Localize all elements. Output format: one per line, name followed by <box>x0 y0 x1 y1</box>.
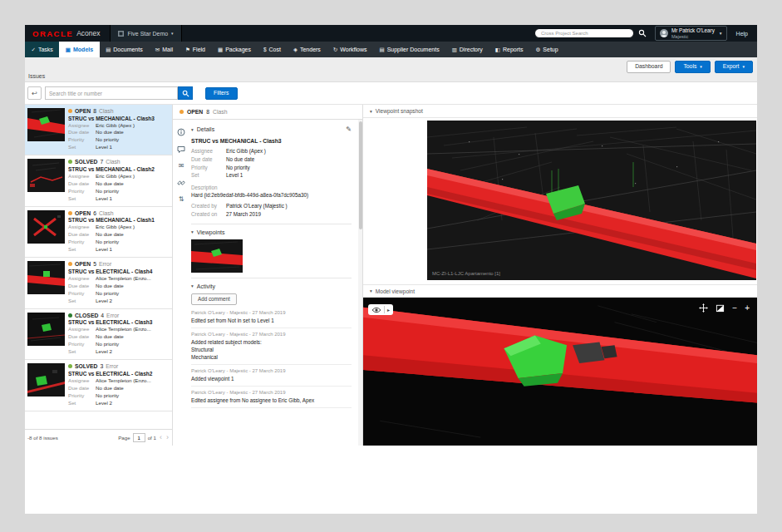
created-on-value: 27 March 2019 <box>226 210 261 219</box>
edit-pencil-icon[interactable]: ✎ <box>346 126 352 133</box>
cross-project-search-input[interactable] <box>534 28 634 38</box>
expand-arrow-icon[interactable]: ▸ <box>387 307 390 313</box>
issue-list-item[interactable]: CLOSED4Error STRUC vs ELECTRICAL - Clash… <box>25 309 172 360</box>
search-button[interactable] <box>178 86 193 100</box>
issue-status: CLOSED <box>75 313 98 318</box>
created-by-value: Patrick O'Leary (Majestic ) <box>226 202 288 210</box>
issue-due: No due date <box>96 180 170 188</box>
tab-workflows[interactable]: Workflows <box>327 42 373 57</box>
link-icon[interactable] <box>177 179 185 187</box>
sort-arrows-icon[interactable]: ⇅ <box>179 196 184 203</box>
scrollbar-thumb[interactable] <box>359 121 362 229</box>
model-viewpoint-header[interactable]: ▾ Model viewpoint <box>363 284 757 298</box>
issue-status: SOLVED <box>75 363 97 369</box>
issue-thumbnail <box>27 363 65 397</box>
issue-list-item[interactable]: SOLVED3Error STRUC vs ELECTRICAL - Clash… <box>25 360 172 411</box>
empty-footer-area <box>25 446 757 514</box>
supplier-documents-icon <box>379 47 384 53</box>
issue-type: Clash <box>106 159 120 165</box>
tab-supplier-documents[interactable]: Supplier Documents <box>373 42 445 57</box>
tab-models[interactable]: Models <box>59 42 99 57</box>
details-section-header[interactable]: ▾ Details ✎ <box>191 126 352 133</box>
tab-tasks[interactable]: Tasks <box>25 42 59 57</box>
activity-section-header[interactable]: ▾ Activity <box>191 283 352 289</box>
detail-content: ▾ Details ✎ STRUC vs MECHANICAL - Clash3… <box>189 120 358 446</box>
detail-status: OPEN <box>187 109 203 115</box>
chevron-down-icon: ▾ <box>720 31 722 36</box>
tab-mail[interactable]: Mail <box>149 42 179 57</box>
tools-button[interactable]: Tools▾ <box>675 61 710 73</box>
page-number-input[interactable] <box>133 433 145 442</box>
project-selector[interactable]: Five Star Demo ▾ <box>110 25 181 42</box>
detail-scrollbar[interactable] <box>358 120 362 446</box>
zoom-out-icon[interactable]: − <box>732 304 737 313</box>
user-menu[interactable]: Mr Patrick O'Leary Majestic ▾ <box>655 26 727 41</box>
model-viewport[interactable]: ▸ − + <box>363 298 757 446</box>
issue-due: No due date <box>96 333 170 341</box>
issue-type: Clash <box>99 108 113 114</box>
issue-status: SOLVED <box>75 159 97 165</box>
issue-priority: No priority <box>96 239 170 246</box>
status-dot <box>68 313 72 318</box>
issue-set: Level 1 <box>96 195 170 203</box>
pan-icon[interactable] <box>699 303 708 313</box>
issue-assignee: Alice Templeton (Enzo... <box>96 377 170 385</box>
previous-page-icon[interactable]: ‹ <box>159 434 163 441</box>
viewpoints-section-header[interactable]: ▾ Viewpoints <box>191 229 352 235</box>
visibility-toolbar[interactable]: ▸ <box>368 304 393 315</box>
section-clip-icon[interactable] <box>716 303 725 313</box>
chevron-down-icon: ▾ <box>191 127 194 132</box>
activity-entry: Patrick O'Leary - Majestic - 27 March 20… <box>191 387 352 408</box>
filters-button[interactable]: Filters <box>205 87 238 100</box>
issue-number: 5 <box>93 261 96 267</box>
comment-icon[interactable] <box>177 145 185 154</box>
dashboard-button[interactable]: Dashboard <box>627 61 671 73</box>
help-link[interactable]: Help <box>736 31 748 37</box>
tab-tenders[interactable]: Tenders <box>287 42 327 57</box>
chevron-down-icon: ▾ <box>370 288 372 293</box>
tab-directory[interactable]: Directory <box>445 42 489 57</box>
created-on-label: Created on <box>191 210 226 219</box>
tab-setup[interactable]: Setup <box>529 42 564 57</box>
page-label: Page <box>118 435 130 441</box>
created-by-label: Created by <box>191 202 226 210</box>
issue-list-item[interactable]: OPEN5Error STRUC vs ELECTRICAL - Clash4 … <box>25 258 172 308</box>
chevron-down-icon: ▾ <box>370 109 372 114</box>
zoom-in-icon[interactable]: + <box>745 304 750 313</box>
detail-type: Clash <box>213 109 227 115</box>
collapse-panel-button[interactable]: ↩ <box>27 86 42 100</box>
list-pagination: -8 of 8 issues Page of 1 ‹ › <box>25 429 172 446</box>
status-dot <box>68 364 72 368</box>
issue-list-item[interactable]: SOLVED7Clash STRUC vs MECHANICAL - Clash… <box>25 155 172 206</box>
content-row: OPEN8Clash STRUC vs MECHANICAL - Clash3 … <box>25 104 757 446</box>
export-button[interactable]: Export▾ <box>715 61 753 73</box>
next-page-icon[interactable]: › <box>165 434 170 441</box>
aconex-app-window: ORACLE Aconex Five Star Demo ▾ Mr Patric… <box>25 25 757 514</box>
viewpoint-snapshot-header[interactable]: ▾ Viewpoint snapshot <box>363 105 757 118</box>
viewpoint-thumbnail[interactable] <box>191 239 243 273</box>
issue-list-item[interactable]: OPEN8Clash STRUC vs MECHANICAL - Clash3 … <box>25 105 172 155</box>
mail-icon[interactable]: ✉ <box>179 163 184 170</box>
tab-reports[interactable]: Reports <box>489 42 529 57</box>
issue-assignee: Eric Gibb (Apex ) <box>96 173 170 180</box>
issue-thumbnail <box>27 313 65 346</box>
tab-cost[interactable]: Cost <box>257 42 287 57</box>
detail-set: Level 1 <box>226 171 243 180</box>
main-area: ↩ Filters OPEN8Clash STRUC vs MECHANICAL… <box>25 82 757 446</box>
info-icon[interactable] <box>177 128 185 136</box>
issues-toolbar: ↩ Filters <box>25 82 757 104</box>
search-icon[interactable] <box>638 29 647 37</box>
issue-list: OPEN8Clash STRUC vs MECHANICAL - Clash3 … <box>25 105 172 429</box>
description-label: Description <box>191 185 352 190</box>
issue-status: OPEN <box>75 210 91 216</box>
issue-due: No due date <box>96 129 170 136</box>
tab-documents[interactable]: Documents <box>100 42 150 57</box>
issue-search-input[interactable] <box>45 86 178 100</box>
issue-list-item[interactable]: OPEN6Clash STRUC vs MECHANICAL - Clash1 … <box>25 207 172 258</box>
add-comment-button[interactable]: Add comment <box>191 293 237 305</box>
issue-thumbnail <box>27 159 65 192</box>
tab-field[interactable]: Field <box>180 42 212 57</box>
activity-meta: Patrick O'Leary - Majestic - 27 March 20… <box>191 332 352 337</box>
activity-entry: Patrick O'Leary - Majestic - 27 March 20… <box>191 307 352 328</box>
tab-packages[interactable]: Packages <box>212 42 258 57</box>
